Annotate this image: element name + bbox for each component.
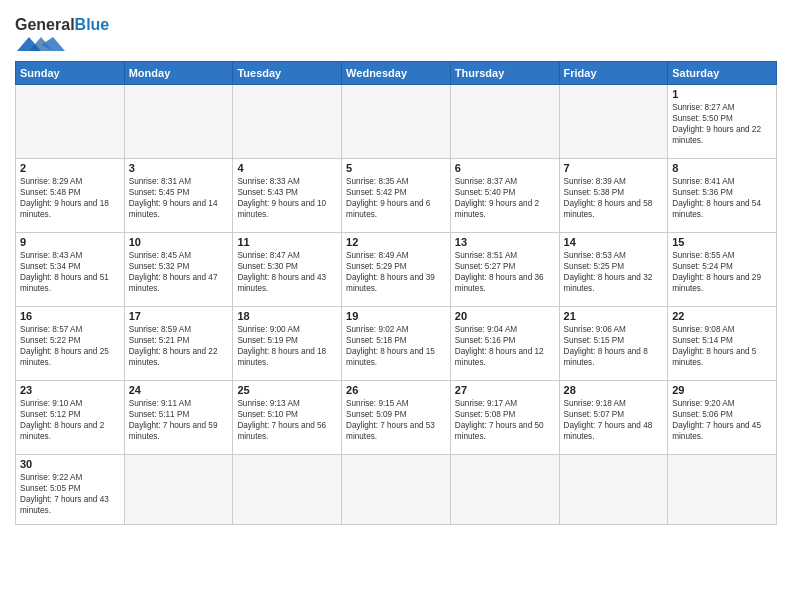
day-number: 26 — [346, 384, 446, 396]
calendar-cell: 21Sunrise: 9:06 AMSunset: 5:15 PMDayligh… — [559, 306, 668, 380]
sunrise-text: Sunrise: 9:02 AM — [346, 325, 408, 334]
calendar-cell: 14Sunrise: 8:53 AMSunset: 5:25 PMDayligh… — [559, 232, 668, 306]
daylight-text: Daylight: 8 hours and 36 minutes. — [455, 273, 544, 293]
calendar-cell: 7Sunrise: 8:39 AMSunset: 5:38 PMDaylight… — [559, 158, 668, 232]
day-number: 3 — [129, 162, 229, 174]
cell-content: Sunrise: 9:08 AMSunset: 5:14 PMDaylight:… — [672, 324, 772, 368]
cell-content: Sunrise: 9:04 AMSunset: 5:16 PMDaylight:… — [455, 324, 555, 368]
cell-content: Sunrise: 9:11 AMSunset: 5:11 PMDaylight:… — [129, 398, 229, 442]
sunrise-text: Sunrise: 9:17 AM — [455, 399, 517, 408]
sunset-text: Sunset: 5:48 PM — [20, 188, 81, 197]
logo: GeneralBlue — [15, 16, 109, 53]
sunrise-text: Sunrise: 8:33 AM — [237, 177, 299, 186]
sunset-text: Sunset: 5:38 PM — [564, 188, 625, 197]
calendar-week-row: 23Sunrise: 9:10 AMSunset: 5:12 PMDayligh… — [16, 380, 777, 454]
daylight-text: Daylight: 7 hours and 59 minutes. — [129, 421, 218, 441]
day-number: 6 — [455, 162, 555, 174]
calendar-cell: 16Sunrise: 8:57 AMSunset: 5:22 PMDayligh… — [16, 306, 125, 380]
cell-content: Sunrise: 8:57 AMSunset: 5:22 PMDaylight:… — [20, 324, 120, 368]
cell-content: Sunrise: 8:27 AMSunset: 5:50 PMDaylight:… — [672, 102, 772, 146]
calendar-cell — [16, 84, 125, 158]
day-number: 1 — [672, 88, 772, 100]
sunset-text: Sunset: 5:29 PM — [346, 262, 407, 271]
header-thursday: Thursday — [450, 61, 559, 84]
calendar-cell: 28Sunrise: 9:18 AMSunset: 5:07 PMDayligh… — [559, 380, 668, 454]
cell-content: Sunrise: 8:29 AMSunset: 5:48 PMDaylight:… — [20, 176, 120, 220]
daylight-text: Daylight: 8 hours and 12 minutes. — [455, 347, 544, 367]
daylight-text: Daylight: 9 hours and 6 minutes. — [346, 199, 430, 219]
daylight-text: Daylight: 7 hours and 50 minutes. — [455, 421, 544, 441]
sunrise-text: Sunrise: 9:20 AM — [672, 399, 734, 408]
calendar-week-row: 2Sunrise: 8:29 AMSunset: 5:48 PMDaylight… — [16, 158, 777, 232]
daylight-text: Daylight: 8 hours and 32 minutes. — [564, 273, 653, 293]
page: GeneralBlue Sunday Monday Tuesday — [0, 0, 792, 612]
sunset-text: Sunset: 5:14 PM — [672, 336, 733, 345]
calendar-cell: 15Sunrise: 8:55 AMSunset: 5:24 PMDayligh… — [668, 232, 777, 306]
cell-content: Sunrise: 8:51 AMSunset: 5:27 PMDaylight:… — [455, 250, 555, 294]
calendar-cell: 4Sunrise: 8:33 AMSunset: 5:43 PMDaylight… — [233, 158, 342, 232]
day-number: 13 — [455, 236, 555, 248]
sunset-text: Sunset: 5:18 PM — [346, 336, 407, 345]
daylight-text: Daylight: 8 hours and 51 minutes. — [20, 273, 109, 293]
daylight-text: Daylight: 9 hours and 2 minutes. — [455, 199, 539, 219]
calendar-cell: 26Sunrise: 9:15 AMSunset: 5:09 PMDayligh… — [342, 380, 451, 454]
sunset-text: Sunset: 5:19 PM — [237, 336, 298, 345]
calendar-table: Sunday Monday Tuesday Wednesday Thursday… — [15, 61, 777, 525]
calendar-cell — [559, 84, 668, 158]
calendar-cell: 25Sunrise: 9:13 AMSunset: 5:10 PMDayligh… — [233, 380, 342, 454]
sunset-text: Sunset: 5:08 PM — [455, 410, 516, 419]
sunrise-text: Sunrise: 8:51 AM — [455, 251, 517, 260]
cell-content: Sunrise: 9:06 AMSunset: 5:15 PMDaylight:… — [564, 324, 664, 368]
day-number: 27 — [455, 384, 555, 396]
sunset-text: Sunset: 5:10 PM — [237, 410, 298, 419]
cell-content: Sunrise: 8:43 AMSunset: 5:34 PMDaylight:… — [20, 250, 120, 294]
sunset-text: Sunset: 5:30 PM — [237, 262, 298, 271]
sunset-text: Sunset: 5:42 PM — [346, 188, 407, 197]
cell-content: Sunrise: 8:41 AMSunset: 5:36 PMDaylight:… — [672, 176, 772, 220]
daylight-text: Daylight: 9 hours and 14 minutes. — [129, 199, 218, 219]
cell-content: Sunrise: 8:53 AMSunset: 5:25 PMDaylight:… — [564, 250, 664, 294]
sunrise-text: Sunrise: 9:06 AM — [564, 325, 626, 334]
sunset-text: Sunset: 5:07 PM — [564, 410, 625, 419]
daylight-text: Daylight: 8 hours and 22 minutes. — [129, 347, 218, 367]
daylight-text: Daylight: 8 hours and 8 minutes. — [564, 347, 648, 367]
cell-content: Sunrise: 8:49 AMSunset: 5:29 PMDaylight:… — [346, 250, 446, 294]
cell-content: Sunrise: 9:15 AMSunset: 5:09 PMDaylight:… — [346, 398, 446, 442]
cell-content: Sunrise: 9:20 AMSunset: 5:06 PMDaylight:… — [672, 398, 772, 442]
day-number: 20 — [455, 310, 555, 322]
daylight-text: Daylight: 7 hours and 48 minutes. — [564, 421, 653, 441]
cell-content: Sunrise: 8:59 AMSunset: 5:21 PMDaylight:… — [129, 324, 229, 368]
calendar-cell: 8Sunrise: 8:41 AMSunset: 5:36 PMDaylight… — [668, 158, 777, 232]
header-saturday: Saturday — [668, 61, 777, 84]
calendar-cell — [450, 84, 559, 158]
logo-icon — [15, 35, 65, 53]
sunset-text: Sunset: 5:06 PM — [672, 410, 733, 419]
calendar-cell: 20Sunrise: 9:04 AMSunset: 5:16 PMDayligh… — [450, 306, 559, 380]
sunset-text: Sunset: 5:12 PM — [20, 410, 81, 419]
daylight-text: Daylight: 7 hours and 43 minutes. — [20, 495, 109, 515]
sunrise-text: Sunrise: 8:27 AM — [672, 103, 734, 112]
cell-content: Sunrise: 9:18 AMSunset: 5:07 PMDaylight:… — [564, 398, 664, 442]
cell-content: Sunrise: 8:45 AMSunset: 5:32 PMDaylight:… — [129, 250, 229, 294]
calendar-cell: 27Sunrise: 9:17 AMSunset: 5:08 PMDayligh… — [450, 380, 559, 454]
sunset-text: Sunset: 5:36 PM — [672, 188, 733, 197]
cell-content: Sunrise: 8:33 AMSunset: 5:43 PMDaylight:… — [237, 176, 337, 220]
sunrise-text: Sunrise: 9:18 AM — [564, 399, 626, 408]
calendar-cell — [668, 454, 777, 524]
day-number: 15 — [672, 236, 772, 248]
cell-content: Sunrise: 9:13 AMSunset: 5:10 PMDaylight:… — [237, 398, 337, 442]
sunset-text: Sunset: 5:40 PM — [455, 188, 516, 197]
daylight-text: Daylight: 9 hours and 10 minutes. — [237, 199, 326, 219]
day-number: 4 — [237, 162, 337, 174]
sunrise-text: Sunrise: 9:13 AM — [237, 399, 299, 408]
sunrise-text: Sunrise: 8:41 AM — [672, 177, 734, 186]
calendar-cell — [559, 454, 668, 524]
calendar-cell: 5Sunrise: 8:35 AMSunset: 5:42 PMDaylight… — [342, 158, 451, 232]
sunrise-text: Sunrise: 9:10 AM — [20, 399, 82, 408]
sunrise-text: Sunrise: 8:49 AM — [346, 251, 408, 260]
day-number: 19 — [346, 310, 446, 322]
calendar-cell — [124, 454, 233, 524]
calendar-cell: 22Sunrise: 9:08 AMSunset: 5:14 PMDayligh… — [668, 306, 777, 380]
day-number: 24 — [129, 384, 229, 396]
sunset-text: Sunset: 5:43 PM — [237, 188, 298, 197]
